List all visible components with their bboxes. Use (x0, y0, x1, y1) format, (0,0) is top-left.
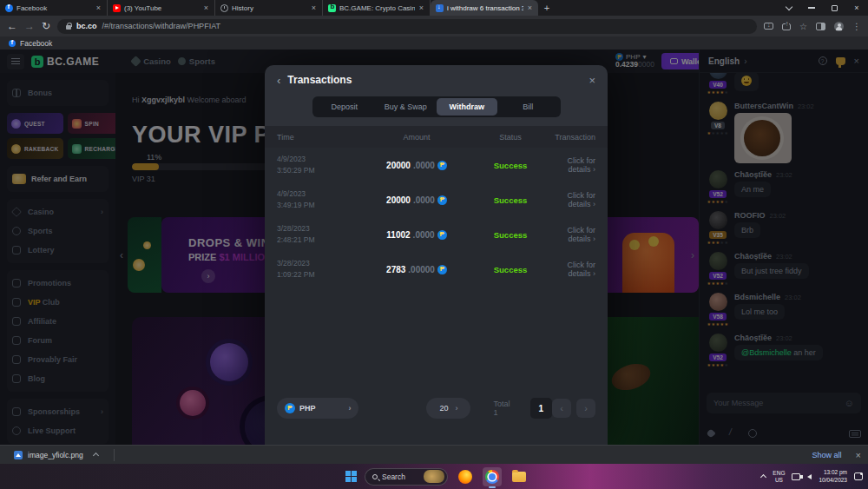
browser-tab[interactable]: Facebook× (0, 0, 108, 16)
toolbar-icons: ☆ ⋮ (764, 22, 861, 31)
show-all-downloads-link[interactable]: Show all (812, 451, 842, 459)
tab-close-icon[interactable]: × (418, 3, 424, 12)
back-icon[interactable]: ‹ (277, 74, 280, 87)
minimize-button[interactable] (800, 0, 823, 16)
share-icon[interactable] (782, 23, 791, 30)
browser-tab[interactable]: History× (215, 0, 323, 16)
tab-title: BC.GAME: Crypto Casino Games (339, 4, 415, 12)
amount-int: 20000 (386, 161, 411, 170)
image-file-icon (14, 451, 23, 459)
column-time: Time (277, 133, 360, 142)
tab-title: Facebook (16, 4, 92, 12)
tab-buy---swap[interactable]: Buy & Swap (375, 98, 437, 116)
clock[interactable]: 13:02 pm10/04/2023 (819, 469, 847, 483)
download-filename: image_yfiolc.png (28, 451, 83, 459)
facebook-favicon (5, 4, 13, 12)
transaction-date: 3/28/2023 (277, 258, 360, 269)
network-icon[interactable] (792, 473, 800, 480)
url-bar[interactable]: bc.co/#/transactions/withdraw/PHPFIAT (57, 19, 757, 34)
browser-essentials-icon[interactable] (764, 23, 773, 30)
browser-tab[interactable]: BC.GAME: Crypto Casino Games× (323, 0, 431, 16)
modal-footer: ₱ PHP › 20 › Total 1 1 ‹ › (277, 398, 595, 419)
minimize-icon (808, 7, 815, 8)
history-favicon (220, 4, 228, 12)
modal-header: ‹ Transactions × (265, 65, 608, 95)
tab-close-icon[interactable]: × (203, 3, 209, 12)
transaction-status: Success (473, 230, 548, 240)
start-button[interactable] (345, 471, 357, 482)
transaction-amount: 11002.0000₱ (360, 230, 473, 240)
tab-withdraw[interactable]: Withdraw (437, 98, 498, 116)
taskbar-file-explorer[interactable] (510, 467, 529, 486)
language-indicator[interactable]: ENGUS (773, 470, 785, 484)
new-tab-button[interactable]: + (538, 0, 556, 16)
tab-title: History (232, 4, 307, 12)
tray-overflow-icon[interactable] (760, 474, 766, 480)
currency-filter[interactable]: ₱ PHP › (277, 398, 358, 419)
taskbar-chrome[interactable] (483, 467, 502, 486)
total-count: Total 1 (493, 400, 516, 417)
windows-taskbar: Search ENGUS 13:02 pm10/04/2023 (0, 464, 868, 489)
transaction-amount: 20000.0000₱ (360, 161, 473, 170)
divider (114, 449, 115, 461)
bcgame-favicon (328, 4, 336, 12)
chevron-up-icon[interactable] (93, 453, 99, 459)
lock-icon (66, 25, 71, 30)
reload-button[interactable]: ↻ (42, 21, 50, 31)
side-panel-icon[interactable] (816, 23, 825, 30)
transaction-clock: 3:50:29 PM (277, 165, 360, 176)
profile-avatar-icon[interactable] (834, 22, 844, 31)
tab-close-icon[interactable]: × (527, 3, 533, 12)
maximize-button[interactable] (823, 0, 845, 16)
prev-page-button[interactable]: ‹ (552, 399, 571, 418)
close-window-button[interactable]: × (845, 0, 868, 16)
taskbar-firefox[interactable] (456, 467, 475, 486)
transaction-clock: 1:09:22 PM (277, 269, 360, 281)
notification-center-icon[interactable] (854, 472, 863, 480)
transaction-details-link[interactable]: Click for details › (548, 261, 595, 278)
tab-title: (3) YouTube (124, 4, 200, 12)
transaction-time: 3/28/20231:09:22 PM (277, 258, 360, 281)
page-size-value: 20 (439, 404, 448, 413)
bookmark-facebook[interactable]: Facebook (20, 39, 52, 48)
download-item[interactable]: image_yfiolc.png (7, 447, 105, 463)
amount-int: 11002 (386, 230, 410, 240)
maximize-icon (832, 5, 838, 11)
next-page-button[interactable]: › (576, 399, 595, 418)
volume-icon[interactable] (807, 474, 812, 479)
tab-deposit[interactable]: Deposit (314, 98, 376, 116)
system-tray: ENGUS 13:02 pm10/04/2023 (761, 469, 863, 483)
modal-close-icon[interactable]: × (589, 74, 595, 87)
page-size-selector[interactable]: 20 › (426, 398, 470, 419)
downloads-bar-close-icon[interactable]: × (856, 450, 861, 460)
transaction-details-link[interactable]: Click for details › (548, 156, 595, 174)
tab-bill[interactable]: Bill (497, 98, 559, 116)
transaction-amount: 2783.00000₱ (360, 265, 473, 274)
transaction-details-link[interactable]: Click for details › (548, 191, 595, 208)
tab-close-icon[interactable]: × (95, 3, 102, 12)
browser-tab[interactable]: (3) YouTube× (108, 0, 215, 16)
transaction-details-link[interactable]: Click for details › (548, 226, 595, 243)
tab-search-icon[interactable] (778, 0, 800, 16)
forward-button[interactable]: → (24, 21, 35, 31)
browser-tab[interactable]: i withdraw 6 transaction 3 of the× (431, 0, 538, 16)
tray-time: 13:02 pm (819, 469, 847, 476)
bookmark-star-icon[interactable]: ☆ (799, 22, 807, 31)
tab-close-icon[interactable]: × (311, 3, 317, 12)
chevron-right-icon: › (455, 404, 457, 413)
transaction-date: 3/28/2023 (277, 223, 360, 235)
browser-menu-icon[interactable]: ⋮ (852, 22, 861, 31)
column-transaction: Transaction (548, 133, 595, 142)
url-path: /#/transactions/withdraw/PHPFIAT (102, 22, 220, 30)
current-page[interactable]: 1 (530, 398, 553, 419)
transaction-row: 3/28/20231:09:22 PM2783.00000₱SuccessCli… (265, 252, 608, 287)
search-highlight-image (424, 470, 444, 483)
column-status: Status (473, 133, 548, 142)
taskbar-search[interactable]: Search (365, 468, 448, 486)
chevron-right-icon: › (348, 404, 351, 413)
facebook-favicon (9, 40, 16, 47)
back-button[interactable]: ← (7, 21, 17, 31)
bcgame-site: b BC.GAME Casino Sports ₱ PHP ▾ 0.423900… (0, 50, 868, 445)
search-icon (372, 474, 378, 479)
transaction-time: 4/9/20233:49:19 PM (277, 188, 360, 211)
